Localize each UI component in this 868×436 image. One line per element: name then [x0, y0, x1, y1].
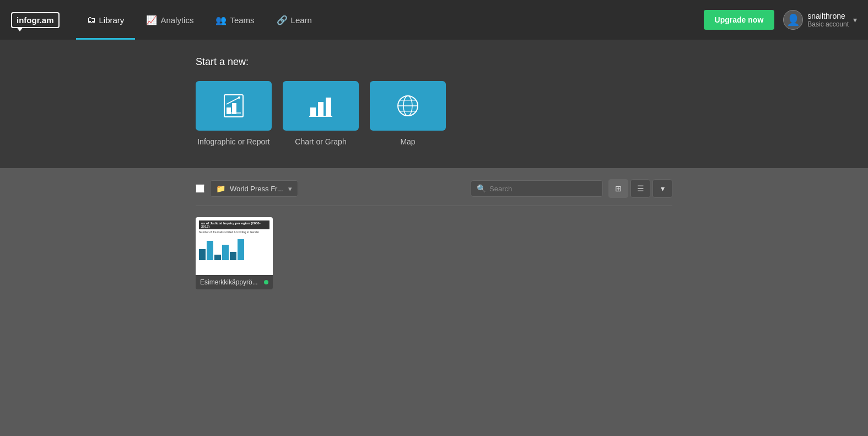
avatar: 👤: [783, 10, 803, 30]
svg-rect-2: [232, 103, 236, 114]
grid-view-button[interactable]: ⊞: [608, 179, 628, 198]
bar: [199, 249, 206, 260]
bar: [238, 239, 244, 260]
thumb-subtitle: Number of Journalists Killed According t…: [199, 230, 269, 234]
item-name: Esimerkkikäppyrö...: [200, 278, 258, 286]
user-info: snailthrone Basic account: [807, 12, 849, 28]
view-buttons: ⊞ ☰ ▾: [608, 179, 672, 198]
item-thumbnail: us of Judicial Inquiry per egion (2006-2…: [196, 217, 273, 275]
folder-name: World Press Fr...: [230, 185, 283, 193]
item-label: Esimerkkikäppyrö...: [196, 275, 273, 289]
status-badge: [264, 280, 268, 284]
bar: [222, 245, 229, 260]
nav-learn[interactable]: 🔗 Learn: [266, 0, 323, 40]
main-nav: 🗂 Library 📈 Analytics 👥 Teams 🔗 Learn: [76, 0, 704, 40]
search-input[interactable]: [489, 185, 597, 193]
bar: [214, 255, 221, 260]
more-options-button[interactable]: ▾: [653, 179, 672, 198]
svg-rect-7: [318, 102, 324, 116]
nav-teams[interactable]: 👥 Teams: [204, 0, 265, 40]
svg-rect-8: [326, 98, 331, 116]
header-right: Upgrade now 👤 snailthrone Basic account …: [704, 10, 857, 30]
bar: [230, 252, 236, 260]
bar: [207, 241, 213, 260]
analytics-icon: 📈: [146, 15, 157, 25]
chart-icon: [283, 81, 359, 131]
grid-icon: ⊞: [615, 184, 622, 193]
thumb-title: us of Judicial Inquiry per egion (2006-2…: [199, 220, 269, 229]
items-grid: us of Judicial Inquiry per egion (2006-2…: [196, 217, 672, 289]
folder-dropdown-arrow: ▾: [288, 185, 292, 193]
toolbar: 📁 World Press Fr... ▾ 🔍 ⊞ ☰ ▾: [196, 179, 672, 206]
folder-icon: 📁: [216, 184, 225, 193]
search-icon: 🔍: [477, 184, 486, 193]
chevron-down-icon: ▾: [853, 15, 857, 24]
chart-label: Chart or Graph: [295, 137, 346, 146]
template-chart[interactable]: Chart or Graph: [283, 81, 359, 146]
infographic-label: Infographic or Report: [197, 137, 270, 146]
template-map[interactable]: Map: [370, 81, 446, 146]
list-view-button[interactable]: ☰: [630, 179, 650, 198]
start-new-section: Start a new: Infographic or Report: [0, 40, 868, 168]
template-cards: Infographic or Report Chart or Graph: [196, 81, 446, 146]
user-plan: Basic account: [807, 20, 849, 28]
header: infogr.am 🗂 Library 📈 Analytics 👥 Teams …: [0, 0, 868, 40]
logo[interactable]: infogr.am: [11, 12, 60, 28]
more-icon: ▾: [661, 184, 665, 193]
logo-text: infogr.am: [11, 12, 60, 28]
footer: ©2016 Infogram· Terms of Use· Privacy Po…: [0, 433, 868, 436]
folder-dropdown[interactable]: 📁 World Press Fr... ▾: [210, 180, 298, 197]
nav-analytics[interactable]: 📈 Analytics: [135, 0, 204, 40]
map-label: Map: [400, 137, 415, 146]
start-label: Start a new:: [196, 56, 249, 68]
learn-icon: 🔗: [277, 15, 288, 25]
teams-icon: 👥: [215, 15, 227, 25]
user-name: snailthrone: [807, 12, 849, 20]
upgrade-button[interactable]: Upgrade now: [704, 10, 775, 30]
svg-point-4: [238, 96, 240, 99]
list-icon: ☰: [637, 184, 644, 193]
search-wrap: 🔍: [471, 180, 603, 197]
infographic-icon: [196, 81, 272, 131]
svg-rect-6: [310, 107, 316, 116]
select-all-checkbox[interactable]: [196, 184, 204, 193]
library-section: 📁 World Press Fr... ▾ 🔍 ⊞ ☰ ▾ us of Judi…: [0, 168, 868, 433]
template-infographic[interactable]: Infographic or Report: [196, 81, 272, 146]
list-item[interactable]: us of Judicial Inquiry per egion (2006-2…: [196, 217, 273, 289]
map-icon: [370, 81, 446, 131]
library-icon: 🗂: [87, 15, 96, 25]
nav-library[interactable]: 🗂 Library: [76, 0, 136, 40]
user-menu[interactable]: 👤 snailthrone Basic account ▾: [783, 10, 857, 30]
